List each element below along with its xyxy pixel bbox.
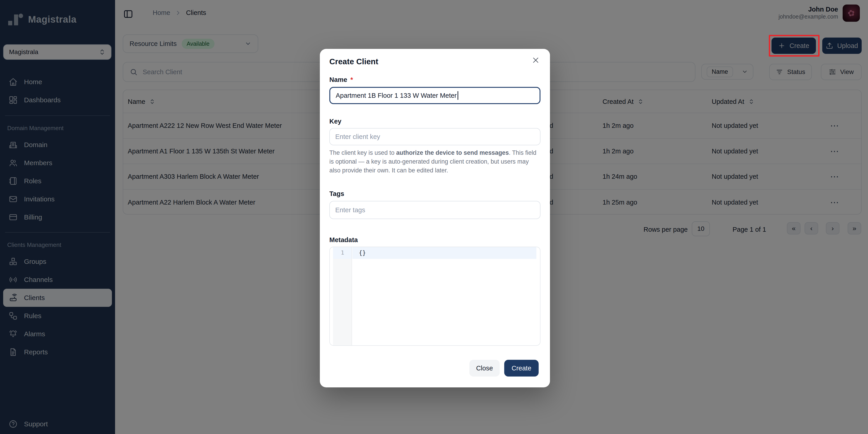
tags-field-label: Tags [329, 190, 344, 198]
required-marker: * [350, 76, 353, 83]
dialog-title: Create Client [329, 57, 378, 66]
client-key-input[interactable] [329, 128, 540, 145]
dialog-create-button[interactable]: Create [504, 360, 539, 376]
editor-gutter [333, 247, 352, 345]
key-field-label: Key [329, 118, 341, 125]
metadata-field-label: Metadata [329, 236, 358, 244]
dialog-close-button[interactable]: Close [469, 360, 500, 376]
editor-line-number: 1 [333, 249, 352, 256]
create-client-dialog: Create Client Name* Apartment 1B Floor 1… [320, 49, 550, 388]
client-name-input[interactable]: Apartment 1B Floor 1 133 W Water Meter [329, 87, 540, 104]
editor-active-line [352, 247, 536, 259]
name-field-label: Name* [329, 76, 353, 84]
key-help-text: The client key is used to authorize the … [329, 148, 541, 175]
close-icon[interactable] [532, 56, 541, 65]
editor-content[interactable]: {} [359, 249, 366, 256]
client-tags-input[interactable] [329, 201, 540, 219]
metadata-json-editor[interactable]: 1 {} [329, 247, 540, 346]
text-cursor [458, 91, 458, 100]
